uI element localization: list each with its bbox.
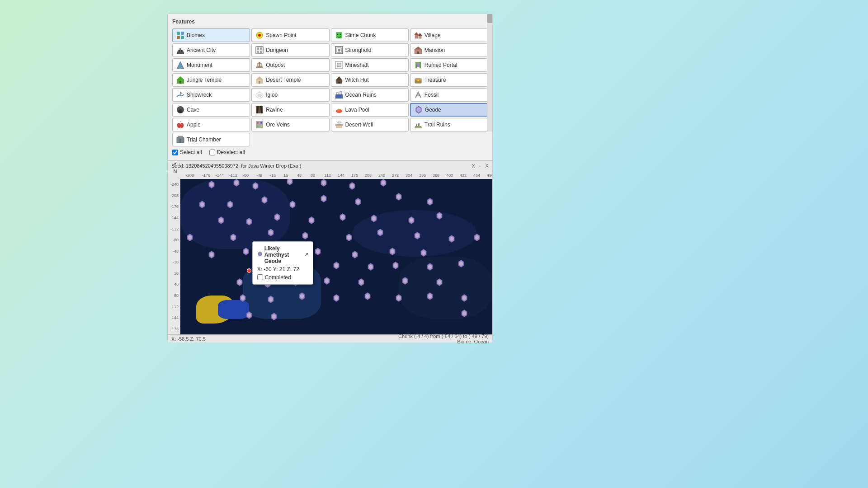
map-canvas[interactable]: Likely Amethyst Geode ↗ X: -60 Y: 21 Z: …: [180, 179, 492, 334]
selected-geode-marker[interactable]: [247, 268, 251, 273]
geode-map-10[interactable]: [260, 196, 269, 206]
geode-map-21[interactable]: [369, 214, 378, 225]
feature-btn-ocean-ruins[interactable]: Ocean Ruins: [331, 88, 409, 102]
geode-map-19[interactable]: [307, 216, 316, 226]
deselect-all-checkbox[interactable]: [209, 150, 215, 155]
geode-map-57[interactable]: [332, 293, 341, 304]
feature-btn-cave[interactable]: Cave: [172, 103, 250, 117]
feature-btn-spawn-point[interactable]: Spawn Point: [251, 28, 329, 42]
geode-map-8[interactable]: [198, 200, 207, 211]
geode-map-14[interactable]: [394, 192, 403, 203]
feature-btn-trial-chamber[interactable]: Trial Chamber: [172, 133, 250, 146]
popup-completed-checkbox[interactable]: [257, 274, 263, 280]
deselect-all-label[interactable]: Deselect all: [209, 149, 245, 155]
geode-map-18[interactable]: [273, 213, 282, 223]
geode-map-6[interactable]: [348, 182, 357, 192]
geode-map-34[interactable]: [241, 247, 250, 257]
geode-map-27[interactable]: [301, 231, 310, 242]
feature-btn-monument[interactable]: Monument: [172, 58, 250, 72]
geode-map-58[interactable]: [363, 292, 372, 302]
feature-btn-trail-ruins[interactable]: Trail Ruins: [410, 118, 488, 131]
geode-map-13[interactable]: [354, 197, 363, 207]
feature-btn-outpost[interactable]: Outpost: [251, 58, 329, 72]
feature-btn-desert-temple[interactable]: Desert Temple: [251, 73, 329, 87]
feature-btn-shipwreck[interactable]: Shipwreck: [172, 88, 250, 102]
geode-map-5[interactable]: [319, 179, 328, 189]
geode-map-22[interactable]: [407, 216, 416, 226]
geode-map-32[interactable]: [472, 233, 481, 243]
geode-map-9[interactable]: [226, 200, 235, 211]
feature-btn-ancient-city[interactable]: Ancient City: [172, 43, 250, 57]
geode-map-17[interactable]: [245, 217, 254, 228]
geode-map-46[interactable]: [457, 259, 466, 270]
external-link-icon[interactable]: ↗: [304, 252, 308, 258]
geode-map-24[interactable]: [185, 233, 194, 243]
geode-map-2[interactable]: [232, 179, 241, 189]
geode-map-51[interactable]: [357, 278, 366, 288]
geode-map-4[interactable]: [285, 179, 294, 187]
scrollbar[interactable]: [487, 14, 492, 131]
geode-map-56[interactable]: [297, 292, 307, 302]
geode-map-64[interactable]: [460, 309, 469, 319]
feature-btn-mansion[interactable]: Mansion: [410, 43, 488, 57]
geode-map-59[interactable]: [394, 293, 403, 304]
geode-map-63[interactable]: [269, 312, 278, 323]
feature-btn-biomes[interactable]: Biomes: [172, 28, 250, 42]
geode-map-53[interactable]: [435, 278, 444, 288]
geode-map-20[interactable]: [338, 213, 347, 223]
geode-map-38[interactable]: [388, 247, 397, 257]
geode-map-30[interactable]: [413, 231, 422, 242]
feature-btn-witch-hut[interactable]: Witch Hut: [331, 73, 409, 87]
geode-map-15[interactable]: [425, 197, 434, 207]
geode-map-55[interactable]: [266, 295, 275, 305]
scrollbar-thumb[interactable]: [487, 14, 492, 23]
geode-map-62[interactable]: [245, 310, 254, 321]
geode-map-42[interactable]: [332, 261, 341, 271]
geode-map-29[interactable]: [376, 228, 385, 239]
feature-btn-igloo[interactable]: Igloo: [251, 88, 329, 102]
geode-map-3[interactable]: [251, 182, 260, 192]
geode-map-11[interactable]: [288, 200, 297, 211]
geode-map-45[interactable]: [425, 263, 434, 273]
geode-map-28[interactable]: [344, 233, 354, 243]
feature-btn-desert-well[interactable]: Desert Well: [331, 118, 409, 131]
geode-map-47[interactable]: [235, 278, 244, 288]
geode-map-25[interactable]: [229, 233, 238, 243]
geode-map-36[interactable]: [313, 247, 322, 257]
geode-map-44[interactable]: [391, 261, 400, 271]
feature-btn-village[interactable]: Village: [410, 28, 488, 42]
feature-btn-lava-pool[interactable]: Lava Pool: [331, 103, 409, 117]
geode-map-16[interactable]: [217, 216, 226, 226]
geode-map-61[interactable]: [460, 293, 469, 304]
feature-btn-geode[interactable]: Geode: [410, 103, 488, 117]
select-all-checkbox[interactable]: [172, 150, 178, 155]
geode-map-39[interactable]: [419, 249, 428, 259]
geode-map-1[interactable]: [207, 180, 216, 190]
feature-btn-treasure[interactable]: Treasure: [410, 73, 488, 87]
feature-btn-apple[interactable]: Apple: [172, 118, 250, 131]
feature-btn-mineshaft[interactable]: Mineshaft: [331, 58, 409, 72]
geode-map-43[interactable]: [366, 263, 375, 273]
geode-map-23[interactable]: [435, 211, 444, 221]
feature-btn-jungle-temple[interactable]: Jungle Temple: [172, 73, 250, 87]
geode-map-12[interactable]: [319, 194, 328, 204]
geode-map-37[interactable]: [350, 250, 359, 260]
select-all-label[interactable]: Select all: [172, 149, 202, 155]
geode-map-54[interactable]: [238, 293, 247, 304]
geode-map-52[interactable]: [401, 277, 410, 287]
geode-map-33[interactable]: [207, 250, 216, 260]
geode-map-50[interactable]: [322, 277, 331, 287]
geode-map-60[interactable]: [425, 292, 434, 302]
geode-map-7[interactable]: [379, 179, 388, 189]
close-button[interactable]: X: [485, 163, 489, 169]
geode-map-26[interactable]: [266, 228, 275, 239]
feature-btn-ore-veins[interactable]: Ore Veins: [251, 118, 329, 131]
geode-map-31[interactable]: [447, 235, 456, 245]
feature-btn-slime-chunk[interactable]: Slime Chunk: [331, 28, 409, 42]
feature-btn-stronghold[interactable]: Stronghold: [331, 43, 409, 57]
feature-btn-ravine[interactable]: Ravine: [251, 103, 329, 117]
feature-btn-ruined-portal[interactable]: Ruined Portal: [410, 58, 488, 72]
feature-btn-dungeon[interactable]: Dungeon: [251, 43, 329, 57]
cave-label: Cave: [187, 107, 199, 113]
feature-btn-fossil[interactable]: Fossil: [410, 88, 488, 102]
